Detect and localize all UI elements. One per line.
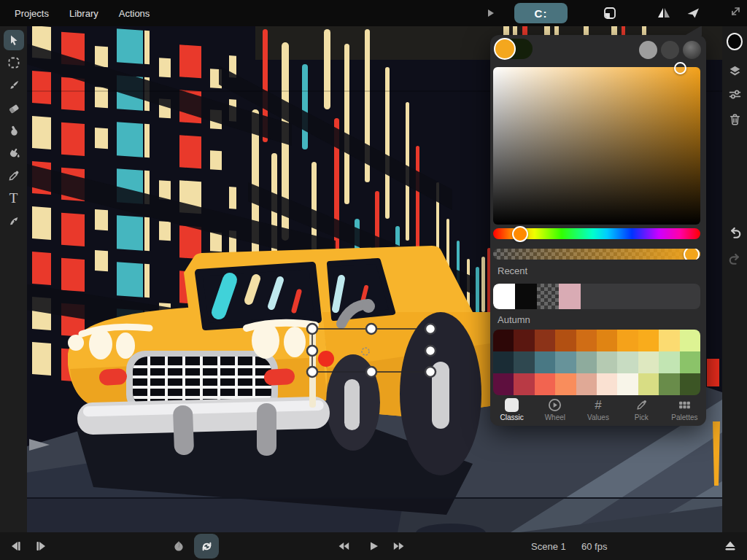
palette-swatch[interactable] <box>680 330 700 351</box>
marquee-tool[interactable] <box>4 52 24 73</box>
preview-play-icon[interactable] <box>483 6 498 20</box>
gray-preset-light[interactable] <box>639 41 657 59</box>
tools-sidebar: T <box>0 26 27 532</box>
tab-values[interactable]: # Values <box>576 398 619 426</box>
palette-swatch[interactable] <box>617 351 638 373</box>
fast-forward-button[interactable] <box>392 540 406 553</box>
palette-swatch[interactable] <box>680 373 700 395</box>
palette-swatch[interactable] <box>555 373 576 395</box>
current-color-swatch[interactable] <box>494 38 516 60</box>
menu-projects[interactable]: Projects <box>15 8 49 19</box>
marquee-icon <box>7 56 20 69</box>
tab-classic[interactable]: Classic <box>490 398 533 426</box>
brush-tool[interactable] <box>4 75 24 96</box>
previous-frame-button[interactable] <box>9 540 22 553</box>
fullscreen-icon[interactable] <box>727 6 741 20</box>
main-menu: Projects Library Actions <box>15 0 150 26</box>
stroke-color-well[interactable] <box>727 34 743 50</box>
next-frame-button[interactable] <box>35 540 48 553</box>
flip-horizontal-icon[interactable] <box>657 6 671 20</box>
adjustments-button[interactable] <box>727 86 743 102</box>
active-tool-button[interactable]: C: <box>514 3 568 23</box>
menu-actions[interactable]: Actions <box>119 8 150 19</box>
current-stroke-swatch <box>727 33 743 50</box>
alpha-slider[interactable] <box>493 249 700 260</box>
recent-swatch[interactable] <box>515 284 537 309</box>
palette-swatch[interactable] <box>576 351 597 373</box>
palette-swatch[interactable] <box>638 330 659 351</box>
pen-tool[interactable] <box>4 211 24 231</box>
scene-label[interactable]: Scene 1 <box>531 541 566 552</box>
select-tool[interactable] <box>4 30 24 50</box>
hue-cursor[interactable] <box>512 226 528 242</box>
eraser-tool[interactable] <box>4 98 24 118</box>
rewind-button[interactable] <box>337 540 350 553</box>
palette-swatch[interactable] <box>493 330 514 351</box>
share-export-icon[interactable] <box>686 6 700 20</box>
palette-swatch[interactable] <box>617 373 638 395</box>
palette-swatch[interactable] <box>514 351 534 373</box>
palette-swatch[interactable] <box>680 351 700 373</box>
loop-playback-button[interactable] <box>194 534 219 559</box>
redo-button[interactable] <box>727 249 743 265</box>
tab-wheel[interactable]: Wheel <box>533 398 576 426</box>
palette-swatch[interactable] <box>659 373 679 395</box>
palette-swatch[interactable] <box>493 373 514 395</box>
gray-preset-gradient[interactable] <box>683 41 701 59</box>
palettes-tab-icon <box>678 398 692 412</box>
onion-skin-button[interactable] <box>172 540 185 553</box>
palette-swatch[interactable] <box>638 373 659 395</box>
delete-button[interactable] <box>727 111 743 127</box>
eyedropper-tool[interactable] <box>4 166 24 186</box>
hue-slider[interactable] <box>493 228 700 239</box>
top-toolbar: Projects Library Actions C: <box>0 0 747 26</box>
palette-swatch[interactable] <box>617 330 638 351</box>
palette-swatch[interactable] <box>576 373 597 395</box>
menu-library[interactable]: Library <box>69 8 98 19</box>
palette-swatch[interactable] <box>597 351 617 373</box>
undo-button[interactable] <box>727 223 743 239</box>
palette-swatch[interactable] <box>576 330 597 351</box>
palette-swatch[interactable] <box>659 351 679 373</box>
shape-style-icon[interactable] <box>603 6 617 20</box>
recent-section-label: Recent <box>498 265 527 276</box>
timeline-bar: Scene 1 60 fps <box>0 532 747 560</box>
recent-swatch[interactable] <box>559 284 581 309</box>
pen-nib-icon <box>7 214 20 228</box>
pick-tab-icon <box>635 398 649 412</box>
palette-swatch[interactable] <box>597 330 617 351</box>
recent-swatch[interactable] <box>493 284 515 309</box>
wheel-tab-icon <box>548 398 562 412</box>
tab-palettes[interactable]: Palettes <box>663 398 706 426</box>
recent-swatch[interactable] <box>537 284 559 309</box>
text-tool[interactable]: T <box>4 188 24 209</box>
right-sidebar <box>722 26 747 532</box>
palette-swatch[interactable] <box>555 330 576 351</box>
palette-swatch[interactable] <box>514 330 534 351</box>
picker-mode-tabs: Classic Wheel # Values Pick <box>490 398 706 426</box>
palette-swatch[interactable] <box>555 351 576 373</box>
sv-cursor[interactable] <box>674 62 686 74</box>
play-button[interactable] <box>367 540 380 553</box>
fill-tool[interactable] <box>4 143 24 163</box>
trash-icon <box>728 112 742 126</box>
fps-label[interactable]: 60 fps <box>581 541 607 552</box>
alpha-cursor[interactable] <box>684 249 700 260</box>
palette-swatch[interactable] <box>638 351 659 373</box>
eject-button[interactable] <box>724 540 737 553</box>
saturation-brightness-field[interactable] <box>493 67 700 225</box>
layers-icon <box>728 64 742 78</box>
palette-swatch[interactable] <box>659 330 679 351</box>
palette-swatch[interactable] <box>493 351 514 373</box>
app-window: Projects Library Actions C: <box>0 0 747 560</box>
gray-preset-dark[interactable] <box>661 41 679 59</box>
palette-swatch[interactable] <box>597 373 617 395</box>
palette-swatch[interactable] <box>535 351 555 373</box>
tab-pick[interactable]: Pick <box>620 398 663 426</box>
layers-button[interactable] <box>727 63 743 79</box>
values-tab-icon: # <box>595 398 601 412</box>
palette-swatch[interactable] <box>535 330 555 351</box>
palette-swatch[interactable] <box>514 373 534 395</box>
palette-swatch[interactable] <box>535 373 555 395</box>
smudge-tool[interactable] <box>4 120 24 141</box>
